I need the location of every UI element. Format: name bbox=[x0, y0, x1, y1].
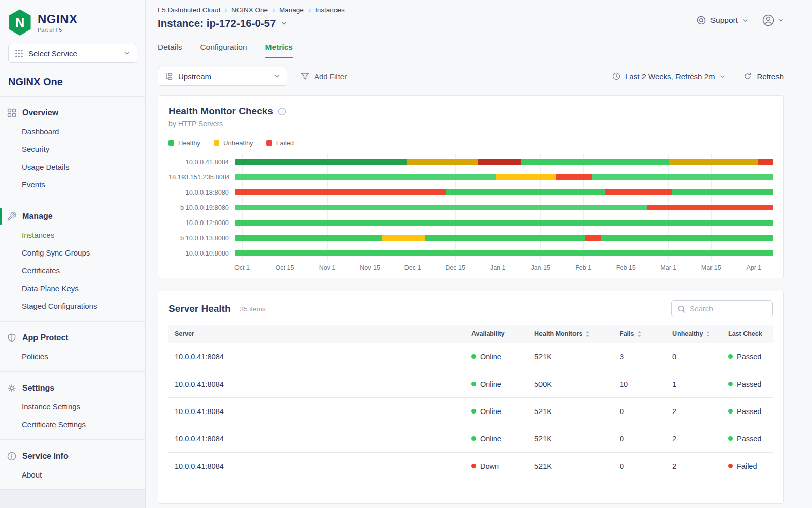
breadcrumb-item[interactable]: F5 Distributed Cloud bbox=[158, 6, 220, 14]
title-chevron-down-icon[interactable] bbox=[281, 20, 288, 27]
cell-health-monitors: 521K bbox=[528, 407, 614, 416]
sort-icon[interactable] bbox=[637, 331, 642, 337]
sidebar-item-config-sync-groups[interactable]: Config Sync Groups bbox=[0, 244, 145, 262]
chart-segment-unhealthy bbox=[669, 159, 759, 165]
sidebar-item-certificate-settings[interactable]: Certificate Settings bbox=[0, 416, 145, 433]
last-check-status-dot bbox=[728, 382, 733, 386]
sidebar-section-header[interactable]: Service Info bbox=[0, 447, 145, 466]
chart-segment-failed bbox=[758, 159, 773, 165]
table-header-row: ServerAvailabilityHealth MonitorsFailsUn… bbox=[168, 325, 773, 343]
chart-segment-healthy bbox=[235, 174, 496, 180]
chart-segment-failed bbox=[605, 189, 672, 195]
sidebar-item-staged-configurations[interactable]: Staged Configurations bbox=[0, 297, 145, 315]
support-menu[interactable]: Support bbox=[696, 15, 749, 25]
tab-details[interactable]: Details bbox=[158, 43, 182, 58]
chart-segment-healthy bbox=[235, 205, 647, 210]
last-check-status-dot bbox=[728, 464, 733, 468]
cell-unhealthy: 1 bbox=[666, 380, 722, 388]
sidebar-item-data-plane-keys[interactable]: Data Plane Keys bbox=[0, 279, 145, 297]
column-header-health-monitors[interactable]: Health Monitors bbox=[528, 330, 614, 337]
search-input[interactable] bbox=[690, 305, 767, 313]
x-tick-label: Nov 1 bbox=[319, 264, 336, 271]
chart-row-label: 10.0.0.41:8084 bbox=[168, 158, 235, 166]
sidebar-item-policies[interactable]: Policies bbox=[0, 347, 145, 365]
sidebar-item-usage-details[interactable]: Usage Details bbox=[0, 158, 145, 176]
x-tick-label: Feb 15 bbox=[616, 264, 636, 271]
sidebar-section-header[interactable]: Manage bbox=[0, 207, 145, 226]
chevron-down-icon bbox=[719, 73, 726, 80]
chart-segment-failed bbox=[556, 174, 592, 180]
support-label: Support bbox=[710, 16, 738, 25]
sidebar-section-header[interactable]: App Protect bbox=[0, 328, 145, 347]
table-row[interactable]: 10.0.0.41:8084 Online 500K 10 1 Passed bbox=[168, 370, 773, 398]
cell-availability: Online bbox=[465, 380, 528, 388]
chart-segment-unhealthy bbox=[382, 235, 425, 241]
info-circle-icon[interactable] bbox=[278, 107, 286, 116]
sidebar-section-label: Settings bbox=[22, 384, 54, 393]
cell-server: 10.0.0.41:8084 bbox=[168, 435, 465, 443]
tab-metrics[interactable]: Metrics bbox=[265, 43, 293, 58]
availability-status-dot bbox=[471, 382, 476, 386]
sidebar-item-security[interactable]: Security bbox=[0, 140, 145, 158]
cell-last-check: Passed bbox=[722, 407, 773, 416]
sidebar-item-certificates[interactable]: Certificates bbox=[0, 262, 145, 279]
legend-item-failed[interactable]: Failed bbox=[266, 139, 294, 147]
sidebar-section-header[interactable]: Overview bbox=[0, 103, 145, 122]
breadcrumb-item: NGINX One bbox=[231, 6, 268, 14]
sort-icon[interactable] bbox=[706, 331, 710, 337]
cell-availability: Down bbox=[465, 462, 528, 470]
cell-server: 10.0.0.41:8084 bbox=[168, 407, 465, 416]
chart-segment-healthy bbox=[235, 220, 773, 226]
sidebar-section-overview: Overview Dashboard Security Usage Detail… bbox=[0, 97, 145, 200]
account-menu[interactable] bbox=[762, 14, 784, 27]
cell-unhealthy: 2 bbox=[666, 462, 722, 470]
legend-swatch bbox=[168, 140, 174, 146]
breadcrumb-separator: › bbox=[273, 7, 275, 14]
legend-item-unhealthy[interactable]: Unhealthy bbox=[214, 139, 253, 147]
sidebar-item-dashboard[interactable]: Dashboard bbox=[0, 122, 145, 140]
sidebar-item-about[interactable]: About bbox=[0, 466, 145, 484]
table-row[interactable]: 10.0.0.41:8084 Down 521K 0 2 Failed bbox=[168, 453, 773, 480]
chart-row-bar bbox=[235, 235, 773, 241]
chart-segment-unhealthy bbox=[496, 174, 556, 180]
chart-segment-failed bbox=[585, 235, 601, 241]
column-header-fails[interactable]: Fails bbox=[614, 330, 666, 337]
chart-row: 10.0.0.41:8084 bbox=[168, 154, 773, 169]
add-filter-button[interactable]: Add Filter bbox=[300, 72, 347, 81]
breadcrumb-item[interactable]: Instances bbox=[315, 6, 345, 14]
time-range-select[interactable]: Last 2 Weeks, Refresh 2m bbox=[612, 72, 726, 81]
chart-row-label: 18.193.151.235:8084 bbox=[168, 173, 235, 181]
legend-swatch bbox=[266, 140, 272, 146]
table-row[interactable]: 10.0.0.41:8084 Online 521K 0 2 Passed bbox=[168, 398, 773, 425]
legend-item-healthy[interactable]: Healthy bbox=[168, 139, 200, 147]
chart-segment-healthy bbox=[235, 159, 407, 165]
select-service-dropdown[interactable]: Select Service bbox=[8, 44, 137, 63]
chart-row-bar bbox=[235, 205, 773, 210]
x-tick-label: Jan 1 bbox=[490, 264, 506, 271]
sidebar-section-header[interactable]: Settings bbox=[0, 378, 145, 398]
cell-fails: 0 bbox=[614, 462, 666, 470]
availability-status-dot bbox=[471, 409, 476, 414]
sidebar-item-events[interactable]: Events bbox=[0, 176, 145, 194]
legend-label: Unhealthy bbox=[223, 139, 253, 147]
x-tick-label: Dec 1 bbox=[404, 264, 421, 271]
chart-x-axis: Oct 1Oct 15Nov 1Nov 15Dec 1Dec 15Jan 1Ja… bbox=[242, 261, 773, 273]
sidebar-section-label: Service Info bbox=[22, 452, 69, 461]
table-row[interactable]: 10.0.0.41:8084 Online 521K 0 2 Passed bbox=[168, 425, 773, 453]
nginx-hexagon-logo-icon: N bbox=[8, 9, 31, 36]
sidebar-item-instance-settings[interactable]: Instance Settings bbox=[0, 398, 145, 416]
tab-configuration[interactable]: Configuration bbox=[200, 43, 247, 58]
refresh-button[interactable]: Refresh bbox=[743, 72, 784, 81]
last-check-status-dot bbox=[728, 354, 733, 359]
chart-row-bar bbox=[235, 174, 773, 180]
last-check-status-dot bbox=[728, 436, 733, 441]
sidebar-section-app-protect: App Protect Policies bbox=[0, 322, 145, 372]
table-row[interactable]: 10.0.0.41:8084 Online 521K 3 0 Passed bbox=[168, 343, 773, 370]
dimension-select[interactable]: Upstream bbox=[158, 67, 287, 86]
column-header-unhealthy[interactable]: Unhealthy bbox=[666, 330, 722, 337]
avatar-icon bbox=[762, 14, 775, 27]
sort-icon[interactable] bbox=[585, 331, 590, 337]
cell-server: 10.0.0.41:8084 bbox=[168, 353, 465, 361]
availability-status-dot bbox=[471, 354, 476, 359]
sidebar-item-instances[interactable]: Instances bbox=[0, 226, 145, 244]
